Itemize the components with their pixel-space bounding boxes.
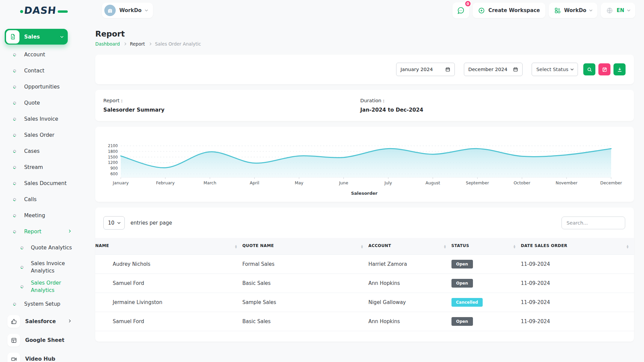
- spreadsheet-icon: [7, 334, 20, 347]
- workspace-name: WorkDo: [119, 7, 142, 13]
- cell-date: 11-09-2024: [521, 274, 634, 293]
- sidebar-item-sales-order-analytics[interactable]: Sales Order Analytics: [5, 279, 78, 295]
- cell-date: 11-09-2024: [521, 293, 634, 312]
- sort-icon[interactable]: ▲▼: [444, 245, 446, 249]
- cell-account: Nigel Galloway: [368, 293, 451, 312]
- svg-text:October: October: [514, 180, 531, 185]
- entries-per-page-label: entries per page: [130, 220, 172, 226]
- cell-date: 11-09-2024: [521, 254, 634, 274]
- svg-text:1500: 1500: [108, 155, 118, 160]
- sidebar-item[interactable]: Contact: [5, 63, 78, 79]
- sidebar-item-report[interactable]: Report: [5, 224, 78, 240]
- messages-button[interactable]: 0: [452, 2, 469, 18]
- download-button[interactable]: [613, 63, 626, 75]
- create-workspace-label: Create Workspace: [488, 7, 540, 13]
- sidebar-item-sales[interactable]: Sales: [5, 29, 68, 45]
- thumbs-up-icon: [7, 315, 20, 328]
- bullet-icon: [13, 149, 17, 153]
- svg-text:April: April: [250, 180, 259, 185]
- column-header[interactable]: STATUS ▲▼: [451, 238, 521, 254]
- download-icon: [617, 67, 623, 72]
- sidebar-item-google-sheet[interactable]: Google Sheet: [5, 331, 78, 350]
- column-header[interactable]: NAME ▲▼: [95, 238, 242, 254]
- bullet-icon: [13, 133, 17, 137]
- entries-per-page-select[interactable]: 10: [103, 216, 125, 230]
- start-date-input[interactable]: January 2024: [396, 63, 455, 76]
- bullet-icon: [13, 214, 17, 218]
- sidebar-item[interactable]: Sales Document: [5, 175, 78, 191]
- chevron-down-icon: [60, 35, 64, 38]
- column-header[interactable]: QUOTE NAME ▲▼: [242, 238, 368, 254]
- end-date-input[interactable]: December 2024: [464, 63, 523, 76]
- sidebar-item[interactable]: Stream: [5, 159, 78, 175]
- sidebar-item[interactable]: Account: [5, 47, 78, 63]
- sort-icon[interactable]: ▲▼: [361, 245, 363, 249]
- sidebar-item[interactable]: Cases: [5, 143, 78, 159]
- create-workspace-button[interactable]: Create Workspace: [473, 3, 545, 18]
- apply-filter-button[interactable]: [583, 63, 595, 75]
- sort-icon[interactable]: ▲▼: [235, 245, 237, 249]
- sidebar-item[interactable]: Quote: [5, 95, 78, 111]
- sidebar-item-quote-analytics[interactable]: Quote Analytics: [5, 240, 78, 256]
- search-icon: [587, 67, 592, 72]
- bullet-icon: [20, 285, 24, 289]
- status-badge: Open: [451, 317, 473, 326]
- bullet-icon: [13, 117, 17, 121]
- sidebar-item-video-hub[interactable]: Video Hub: [5, 350, 78, 362]
- svg-text:1200: 1200: [108, 160, 118, 165]
- sidebar-item[interactable]: Sales Invoice: [5, 111, 78, 127]
- sort-icon[interactable]: ▲▼: [514, 245, 516, 249]
- clear-filter-button[interactable]: [598, 63, 610, 75]
- sales-order-table-card: 10 entries per page NAME ▲▼: [95, 207, 634, 342]
- duration-label: Duration :: [360, 98, 423, 103]
- table-row[interactable]: Audrey Nichols Formal Sales Harriet Zamo…: [95, 254, 634, 274]
- workspace-selector[interactable]: WorkDo: [102, 3, 153, 18]
- notification-badge: 0: [465, 0, 471, 7]
- breadcrumb-dashboard-link[interactable]: Dashboard: [95, 41, 120, 47]
- cell-quote-name: Formal Sales: [242, 254, 368, 274]
- column-header[interactable]: ACCOUNT ▲▼: [368, 238, 451, 254]
- sidebar-item-salesforce[interactable]: Salesforce: [5, 312, 78, 331]
- svg-text:January: January: [112, 180, 129, 185]
- cell-status: Open: [451, 274, 521, 293]
- table-row[interactable]: Samuel Ford Basic Sales Ann Hopkins Open…: [95, 312, 634, 331]
- salesorder-area-chart: 6009001200150018002100JanuaryFebruaryMar…: [104, 139, 625, 186]
- workdo-menu-button[interactable]: WorkDo: [549, 3, 597, 18]
- status-badge: Open: [451, 279, 473, 288]
- workspace-avatar: [104, 5, 116, 16]
- language-selector[interactable]: EN: [601, 3, 635, 18]
- cell-name: Samuel Ford: [95, 312, 242, 331]
- chart-legend-label: Salesorder: [104, 191, 625, 196]
- status-badge: Open: [451, 260, 473, 268]
- chevron-right-icon: [149, 43, 151, 45]
- document-icon: [6, 30, 19, 44]
- sidebar-item[interactable]: Calls: [5, 191, 78, 207]
- sidebar-item[interactable]: Opportunities: [5, 79, 78, 95]
- page-title: Report: [95, 29, 634, 38]
- breadcrumb-current: Sales Order Analytic: [155, 41, 201, 47]
- svg-text:May: May: [295, 180, 304, 185]
- chevron-right-icon: [68, 319, 71, 323]
- sidebar-item[interactable]: Sales Order: [5, 127, 78, 143]
- sidebar-item-sales-invoice-analytics[interactable]: Sales Invoice Analytics: [5, 256, 78, 279]
- column-header[interactable]: DATE SALES ORDER ▲▼: [521, 238, 634, 254]
- bullet-icon: [20, 246, 24, 250]
- table-row[interactable]: Jermaine Livingston Sample Sales Nigel G…: [95, 293, 634, 312]
- cell-quote-name: Basic Sales: [242, 274, 368, 293]
- chevron-down-icon: [571, 67, 574, 71]
- bullet-icon: [13, 101, 17, 105]
- cell-date: 11-09-2024: [521, 312, 634, 331]
- cell-quote-name: Sample Sales: [242, 293, 368, 312]
- sort-icon[interactable]: ▲▼: [627, 245, 629, 249]
- sidebar-item-system-setup[interactable]: System Setup: [5, 296, 78, 312]
- table-search-input[interactable]: [561, 217, 625, 229]
- table-row[interactable]: Samuel Ford Basic Sales Ann Hopkins Open…: [95, 274, 634, 293]
- sidebar-item[interactable]: Meeting: [5, 207, 78, 224]
- grid-plus-icon: [554, 7, 561, 14]
- topbar: DASH WorkDo 0 Create Workspace WorkDo: [0, 0, 644, 21]
- sales-order-table: NAME ▲▼ QUOTE NAME ▲▼ ACCOUNT ▲▼: [95, 238, 634, 331]
- logo-dash-icon: [58, 10, 68, 13]
- status-select[interactable]: Select Status: [532, 63, 578, 76]
- logo-dot-icon: [20, 10, 23, 13]
- main-content: Report Dashboard Report Sales Order Anal…: [78, 21, 644, 362]
